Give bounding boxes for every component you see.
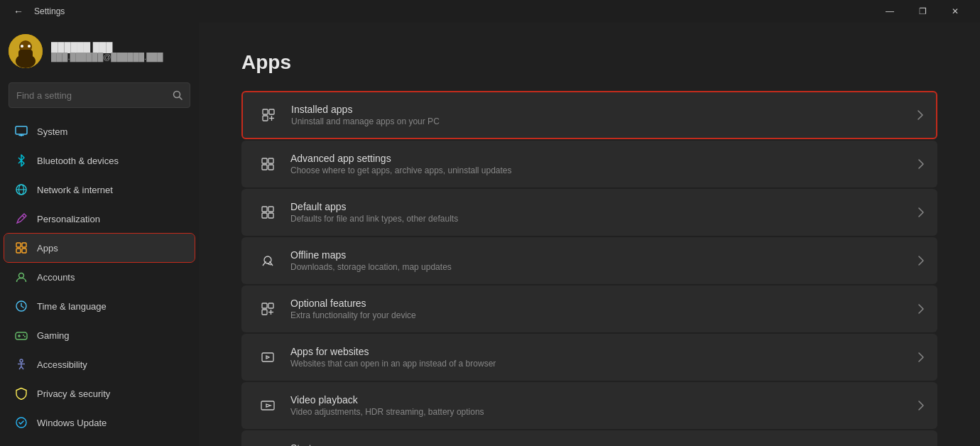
video-playback-chevron-icon bbox=[918, 401, 924, 410]
advanced-app-settings-description: Choose where to get apps, archive apps, … bbox=[290, 165, 918, 175]
svg-rect-39 bbox=[268, 158, 273, 163]
sidebar-item-windowsupdate[interactable]: Windows Update bbox=[4, 408, 195, 437]
startup-text: StartupApps that start automatically whe… bbox=[290, 442, 918, 446]
app-body: ██████ ███ ███.██████@██████.███ SystemB… bbox=[0, 23, 980, 446]
svg-rect-43 bbox=[268, 207, 273, 212]
installed-apps-description: Uninstall and manage apps on your PC bbox=[291, 116, 918, 126]
sidebar-item-label-gaming: Gaming bbox=[37, 330, 70, 341]
svg-rect-48 bbox=[268, 303, 273, 308]
sidebar-item-network[interactable]: Network & internet bbox=[4, 175, 195, 204]
default-apps-chevron-icon bbox=[918, 207, 924, 217]
sidebar-item-system[interactable]: System bbox=[4, 117, 195, 146]
settings-item-optional-features[interactable]: Optional featuresExtra functionality for… bbox=[241, 285, 937, 332]
system-icon bbox=[14, 124, 28, 138]
sidebar-item-gaming[interactable]: Gaming bbox=[4, 321, 195, 349]
sidebar-item-apps[interactable]: Apps bbox=[4, 234, 195, 262]
svg-point-27 bbox=[20, 359, 23, 362]
advanced-app-settings-text: Advanced app settingsChoose where to get… bbox=[290, 153, 918, 175]
default-apps-description: Defaults for file and link types, other … bbox=[290, 214, 918, 224]
svg-rect-9 bbox=[16, 126, 27, 134]
svg-rect-16 bbox=[16, 243, 21, 247]
page-title: Apps bbox=[241, 51, 937, 74]
apps-for-websites-title: Apps for websites bbox=[290, 346, 918, 357]
sidebar-item-time[interactable]: Time & language bbox=[4, 292, 195, 320]
sidebar-item-label-system: System bbox=[37, 126, 67, 137]
sidebar-item-label-accessibility: Accessibility bbox=[37, 359, 87, 370]
search-icon bbox=[173, 90, 183, 100]
time-icon bbox=[14, 299, 28, 313]
svg-rect-33 bbox=[263, 109, 268, 114]
svg-rect-17 bbox=[22, 243, 26, 247]
svg-rect-19 bbox=[22, 249, 26, 253]
settings-item-installed-apps[interactable]: Installed appsUninstall and manage apps … bbox=[241, 91, 937, 139]
nav-list: SystemBluetooth & devicesNetwork & inter… bbox=[0, 116, 199, 437]
svg-rect-40 bbox=[262, 165, 267, 170]
svg-line-31 bbox=[21, 366, 23, 369]
search-box[interactable] bbox=[9, 82, 190, 108]
offline-maps-title: Offline maps bbox=[290, 249, 918, 261]
user-info: ██████ ███ ███.██████@██████.███ bbox=[51, 42, 163, 61]
apps-for-websites-chevron-icon bbox=[918, 352, 924, 362]
accounts-icon bbox=[14, 270, 28, 284]
optional-features-chevron-icon bbox=[918, 304, 924, 314]
windowsupdate-icon bbox=[14, 415, 28, 430]
svg-rect-42 bbox=[262, 207, 267, 212]
settings-item-default-apps[interactable]: Default appsDefaults for file and link t… bbox=[241, 189, 937, 236]
svg-rect-41 bbox=[268, 165, 273, 170]
sidebar-item-label-bluetooth: Bluetooth & devices bbox=[37, 156, 119, 166]
video-playback-icon bbox=[255, 393, 281, 418]
svg-rect-53 bbox=[261, 401, 274, 410]
sidebar-item-accessibility[interactable]: Accessibility bbox=[4, 350, 195, 379]
back-button[interactable]: ← bbox=[9, 1, 28, 21]
user-profile[interactable]: ██████ ███ ███.██████@██████.███ bbox=[0, 23, 199, 77]
svg-rect-47 bbox=[262, 303, 267, 308]
sidebar: ██████ ███ ███.██████@██████.███ SystemB… bbox=[0, 23, 199, 446]
svg-point-5 bbox=[21, 45, 23, 48]
svg-rect-52 bbox=[262, 353, 273, 361]
avatar-image bbox=[9, 34, 43, 68]
optional-features-text: Optional featuresExtra functionality for… bbox=[290, 298, 918, 320]
apps-icon bbox=[14, 241, 28, 255]
sidebar-item-privacy[interactable]: Privacy & security bbox=[4, 379, 195, 408]
minimize-button[interactable]: — bbox=[873, 0, 906, 23]
sidebar-item-bluetooth[interactable]: Bluetooth & devices bbox=[4, 146, 195, 175]
sidebar-item-label-personalization: Personalization bbox=[37, 214, 100, 224]
svg-rect-18 bbox=[16, 249, 21, 253]
svg-rect-38 bbox=[262, 158, 267, 163]
title-bar-left: ← Settings bbox=[9, 1, 873, 21]
apps-for-websites-icon bbox=[255, 344, 281, 370]
svg-point-20 bbox=[19, 273, 24, 278]
settings-item-offline-maps[interactable]: Offline mapsDownloads, storage location,… bbox=[241, 237, 937, 284]
advanced-app-settings-icon bbox=[255, 151, 281, 177]
video-playback-text: Video playbackVideo adjustments, HDR str… bbox=[290, 394, 918, 417]
sidebar-item-label-time: Time & language bbox=[37, 301, 107, 312]
offline-maps-chevron-icon bbox=[918, 256, 924, 266]
sidebar-item-accounts[interactable]: Accounts bbox=[4, 263, 195, 291]
gaming-icon bbox=[14, 328, 28, 342]
svg-marker-54 bbox=[266, 404, 271, 407]
sidebar-item-label-accounts: Accounts bbox=[37, 272, 75, 283]
settings-item-apps-for-websites[interactable]: Apps for websitesWebsites that can open … bbox=[241, 334, 937, 381]
avatar bbox=[9, 34, 43, 68]
default-apps-text: Default appsDefaults for file and link t… bbox=[290, 201, 918, 224]
svg-line-15 bbox=[22, 215, 25, 218]
settings-item-startup[interactable]: StartupApps that start automatically whe… bbox=[241, 430, 937, 446]
title-bar-title: Settings bbox=[34, 6, 65, 16]
settings-list: Installed appsUninstall and manage apps … bbox=[241, 91, 937, 446]
svg-rect-45 bbox=[268, 213, 273, 218]
video-playback-title: Video playback bbox=[290, 394, 918, 406]
settings-item-advanced-app-settings[interactable]: Advanced app settingsChoose where to get… bbox=[241, 141, 937, 187]
search-input[interactable] bbox=[16, 90, 167, 101]
maximize-button[interactable]: ❐ bbox=[906, 0, 939, 23]
advanced-app-settings-chevron-icon bbox=[918, 159, 924, 169]
svg-point-6 bbox=[28, 45, 31, 48]
close-button[interactable]: ✕ bbox=[939, 0, 971, 23]
settings-item-video-playback[interactable]: Video playbackVideo adjustments, HDR str… bbox=[241, 382, 937, 429]
network-icon bbox=[14, 183, 28, 197]
svg-point-25 bbox=[23, 334, 24, 336]
search-container bbox=[0, 77, 199, 116]
sidebar-item-personalization[interactable]: Personalization bbox=[4, 205, 195, 233]
svg-point-26 bbox=[24, 336, 26, 337]
default-apps-title: Default apps bbox=[290, 201, 918, 212]
svg-line-8 bbox=[180, 97, 183, 100]
